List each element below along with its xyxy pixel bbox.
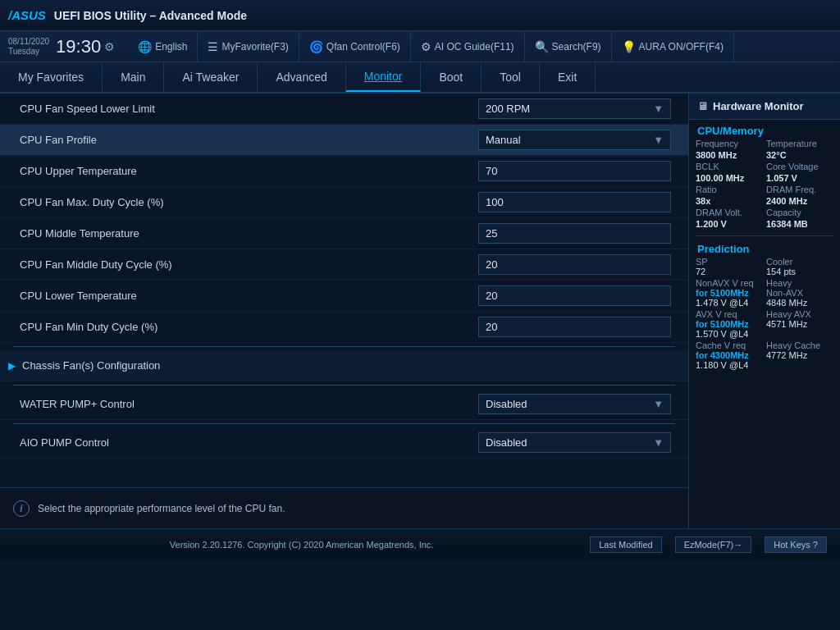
myfavorite-label: MyFavorite(F3) bbox=[221, 41, 288, 52]
cpu-middle-temp-label: CPU Middle Temperature bbox=[20, 227, 478, 240]
ratio-value: 38x bbox=[696, 196, 763, 206]
cpu-lower-temp-label: CPU Lower Temperature bbox=[20, 290, 478, 302]
sidebar-header: 🖥 Hardware Monitor bbox=[689, 94, 840, 120]
water-pump-dropdown[interactable]: Disabled ▼ bbox=[478, 394, 671, 414]
last-modified-button[interactable]: Last Modified bbox=[590, 536, 661, 553]
bclk-label: BCLK bbox=[696, 162, 763, 171]
topbar-qfan[interactable]: 🌀 Qfan Control(F6) bbox=[299, 31, 411, 62]
core-voltage-value: 1.057 V bbox=[766, 173, 833, 183]
cpu-fan-speed-lower-value: 200 RPM ▼ bbox=[478, 98, 675, 119]
topbar-items: 🌐 English ☰ MyFavorite(F3) 🌀 Qfan Contro… bbox=[128, 31, 832, 62]
ez-mode-button[interactable]: EzMode(F7)→ bbox=[675, 536, 752, 553]
setting-row-cpu-fan-min-duty: CPU Fan Min Duty Cycle (%) 20 bbox=[0, 312, 688, 343]
date-display: 08/11/2020 bbox=[8, 37, 49, 47]
topbar: 08/11/2020 Tuesday 19:30 ⚙ 🌐 English ☰ M… bbox=[0, 31, 840, 62]
chassis-fan-section[interactable]: ▶ Chassis Fan(s) Configuration bbox=[0, 350, 688, 381]
temperature-value: 32°C bbox=[766, 150, 833, 160]
cpu-fan-max-duty-value: 100 bbox=[478, 192, 675, 212]
nav-main-label: Main bbox=[121, 71, 145, 84]
aio-pump-value: Disabled ▼ bbox=[478, 432, 675, 453]
cpu-fan-speed-lower-label: CPU Fan Speed Lower Limit bbox=[20, 103, 478, 115]
footer-right: Last Modified EzMode(F7)→ Hot Keys ? bbox=[590, 536, 827, 553]
setting-row-cpu-lower-temp: CPU Lower Temperature 20 bbox=[0, 281, 688, 312]
footer: Version 2.20.1276. Copyright (C) 2020 Am… bbox=[0, 528, 840, 559]
setting-row-aio-pump: AIO PUMP Control Disabled ▼ bbox=[0, 427, 688, 459]
cpu-fan-min-duty-label: CPU Fan Min Duty Cycle (%) bbox=[20, 321, 478, 333]
nav-my-favorites[interactable]: My Favorites bbox=[0, 62, 103, 92]
globe-icon: 🌐 bbox=[138, 40, 152, 53]
nav-boot[interactable]: Boot bbox=[421, 62, 482, 92]
cpu-fan-profile-value: Manual ▼ bbox=[478, 130, 675, 150]
bios-header: /ASUS UEFI BIOS Utility – Advanced Mode bbox=[0, 0, 840, 31]
topbar-language[interactable]: 🌐 English bbox=[128, 31, 198, 62]
cpu-upper-temp-field[interactable]: 70 bbox=[478, 161, 671, 181]
topbar-search[interactable]: 🔍 Search(F9) bbox=[525, 31, 612, 62]
nav-main[interactable]: Main bbox=[103, 62, 164, 92]
cpu-metrics-grid: Frequency Temperature 3800 MHz 32°C BCLK… bbox=[689, 139, 840, 232]
favorite-icon: ☰ bbox=[208, 40, 218, 53]
section-expand-icon: ▶ bbox=[8, 360, 16, 372]
nav-ai-tweaker-label: Ai Tweaker bbox=[182, 71, 239, 84]
temperature-label: Temperature bbox=[766, 139, 833, 148]
ai-icon: ⚙ bbox=[421, 40, 431, 53]
nonavx-col: NonAVX V req for 5100MHz 1.478 V @L4 bbox=[696, 278, 763, 308]
logo-text: /ASUS bbox=[8, 8, 46, 22]
cpu-upper-temp-value: 70 bbox=[478, 161, 675, 181]
cpu-lower-temp-field[interactable]: 20 bbox=[478, 285, 671, 306]
cpu-memory-title: CPU/Memory bbox=[689, 120, 840, 139]
time-display: 19:30 bbox=[56, 36, 101, 57]
cpu-fan-max-duty-field[interactable]: 100 bbox=[478, 192, 671, 212]
dram-volt-label: DRAM Volt. bbox=[696, 208, 763, 217]
frequency-label: Frequency bbox=[696, 139, 763, 148]
cpu-fan-middle-duty-value: 20 bbox=[478, 254, 675, 275]
search-icon: 🔍 bbox=[535, 40, 549, 53]
info-icon: i bbox=[13, 500, 30, 517]
hot-keys-button[interactable]: Hot Keys ? bbox=[765, 536, 827, 553]
nav-boot-label: Boot bbox=[439, 71, 463, 84]
cpu-fan-speed-lower-dropdown[interactable]: 200 RPM ▼ bbox=[478, 98, 671, 119]
info-bar: i Select the appropriate performance lev… bbox=[0, 487, 688, 528]
cpu-fan-middle-duty-field[interactable]: 20 bbox=[478, 254, 671, 275]
nav-tool[interactable]: Tool bbox=[482, 62, 540, 92]
heavy-cache-col: Heavy Cache 4772 MHz bbox=[766, 340, 833, 370]
settings-section: CPU Fan Speed Lower Limit 200 RPM ▼ CPU … bbox=[0, 94, 688, 459]
sidebar-divider bbox=[696, 235, 833, 236]
nav-monitor[interactable]: Monitor bbox=[346, 62, 422, 92]
nav-exit-label: Exit bbox=[558, 71, 577, 84]
nav-monitor-label: Monitor bbox=[364, 70, 403, 83]
setting-row-cpu-fan-middle-duty: CPU Fan Middle Duty Cycle (%) 20 bbox=[0, 249, 688, 281]
chassis-fan-label: Chassis Fan(s) Configuration bbox=[22, 359, 675, 372]
dropdown-arrow-icon4: ▼ bbox=[653, 436, 664, 449]
topbar-aura[interactable]: 💡 AURA ON/OFF(F4) bbox=[612, 31, 734, 62]
nav-advanced-label: Advanced bbox=[276, 71, 326, 84]
hot-keys-label: Hot Keys ? bbox=[774, 540, 818, 550]
nav-ai-tweaker[interactable]: Ai Tweaker bbox=[164, 62, 258, 92]
cache-col: Cache V req for 4300MHz 1.180 V @L4 bbox=[696, 340, 763, 370]
separator1 bbox=[13, 346, 675, 347]
gear-icon[interactable]: ⚙ bbox=[104, 40, 115, 53]
dropdown-arrow-icon2: ▼ bbox=[653, 134, 664, 146]
sp-label: SP 72 bbox=[696, 257, 763, 276]
cpu-middle-temp-field[interactable]: 25 bbox=[478, 223, 671, 244]
topbar-aioc[interactable]: ⚙ AI OC Guide(F11) bbox=[411, 31, 525, 62]
nav-advanced[interactable]: Advanced bbox=[258, 62, 345, 92]
setting-row-cpu-fan-profile: CPU Fan Profile Manual ▼ bbox=[0, 125, 688, 156]
pred-row-sp-cooler: SP 72 Cooler 154 pts bbox=[696, 257, 833, 276]
water-pump-value: Disabled ▼ bbox=[478, 394, 675, 414]
nav-exit[interactable]: Exit bbox=[540, 62, 596, 92]
qfan-label: Qfan Control(F6) bbox=[326, 41, 400, 52]
last-modified-label: Last Modified bbox=[599, 540, 652, 550]
cpu-fan-profile-dropdown[interactable]: Manual ▼ bbox=[478, 130, 671, 150]
language-label: English bbox=[155, 41, 187, 52]
settings-scroll[interactable]: CPU Fan Speed Lower Limit 200 RPM ▼ CPU … bbox=[0, 94, 688, 487]
aio-pump-dropdown[interactable]: Disabled ▼ bbox=[478, 432, 671, 453]
cpu-fan-middle-duty-label: CPU Fan Middle Duty Cycle (%) bbox=[20, 258, 478, 271]
topbar-myfavorite[interactable]: ☰ MyFavorite(F3) bbox=[198, 31, 299, 62]
cpu-fan-min-duty-field[interactable]: 20 bbox=[478, 317, 671, 337]
dropdown-arrow-icon: ▼ bbox=[653, 103, 664, 115]
separator3 bbox=[13, 423, 675, 424]
aioc-label: AI OC Guide(F11) bbox=[435, 41, 514, 52]
pred-row-avx: AVX V req for 5100MHz 1.570 V @L4 Heavy … bbox=[696, 309, 833, 339]
hardware-monitor-sidebar: 🖥 Hardware Monitor CPU/Memory Frequency … bbox=[688, 94, 840, 528]
water-pump-label: WATER PUMP+ Control bbox=[20, 398, 478, 410]
